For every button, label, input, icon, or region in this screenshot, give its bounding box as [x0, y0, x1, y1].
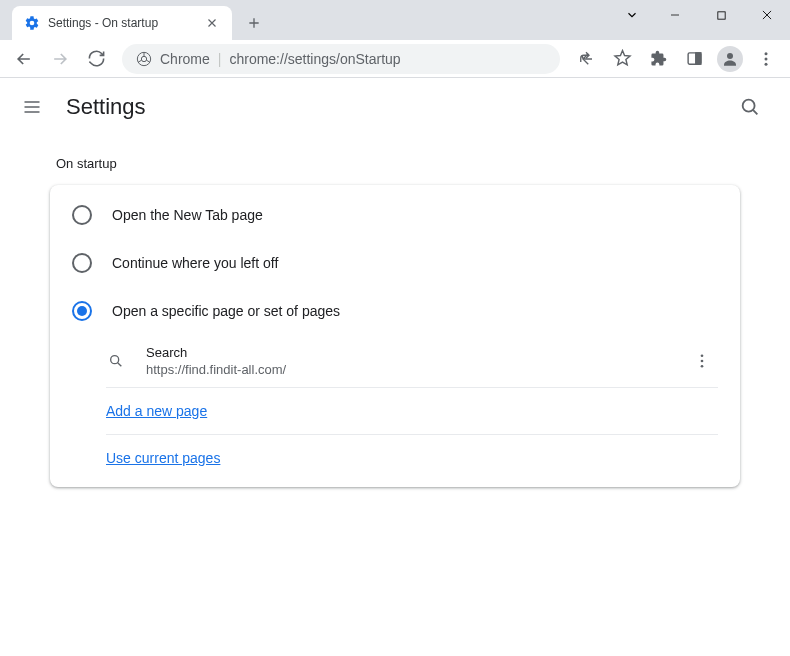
- use-current-link[interactable]: Use current pages: [106, 450, 220, 466]
- svg-point-7: [765, 57, 768, 60]
- profile-button[interactable]: [714, 43, 746, 75]
- page-more-button[interactable]: [686, 345, 718, 377]
- page-title: Settings: [66, 94, 708, 120]
- address-bar[interactable]: Chrome | chrome://settings/onStartup: [122, 44, 560, 74]
- svg-point-8: [765, 62, 768, 65]
- window-caret-button[interactable]: [612, 0, 652, 30]
- gear-icon: [24, 15, 40, 31]
- add-page-row: Add a new page: [106, 388, 718, 435]
- radio-icon: [72, 205, 92, 225]
- svg-point-2: [141, 56, 146, 61]
- scheme-label: Chrome: [160, 51, 210, 67]
- close-tab-icon[interactable]: [204, 15, 220, 31]
- startup-page-row: Search https://find.findit-all.com/: [106, 335, 718, 388]
- settings-header: Settings: [0, 78, 790, 136]
- settings-content: On startup Open the New Tab page Continu…: [0, 136, 790, 507]
- svg-point-13: [701, 365, 704, 368]
- reload-button[interactable]: [80, 43, 112, 75]
- browser-tab[interactable]: Settings - On startup: [12, 6, 232, 40]
- share-button[interactable]: [570, 43, 602, 75]
- search-icon: [106, 351, 126, 371]
- startup-card: Open the New Tab page Continue where you…: [50, 185, 740, 487]
- startup-page-url: https://find.findit-all.com/: [146, 362, 686, 377]
- option-continue[interactable]: Continue where you left off: [50, 239, 740, 287]
- startup-pages-detail: Search https://find.findit-all.com/ Add …: [106, 335, 740, 481]
- window-close-button[interactable]: [744, 0, 790, 30]
- forward-button[interactable]: [44, 43, 76, 75]
- option-specific-pages[interactable]: Open a specific page or set of pages: [50, 287, 740, 335]
- search-settings-button[interactable]: [730, 87, 770, 127]
- tab-title: Settings - On startup: [48, 16, 158, 30]
- svg-point-6: [765, 52, 768, 55]
- use-current-row: Use current pages: [106, 435, 718, 481]
- hamburger-menu-button[interactable]: [20, 95, 44, 119]
- svg-rect-0: [717, 11, 724, 18]
- window-titlebar: Settings - On startup: [0, 0, 790, 40]
- bookmark-button[interactable]: [606, 43, 638, 75]
- toolbar: Chrome | chrome://settings/onStartup: [0, 40, 790, 78]
- sidepanel-button[interactable]: [678, 43, 710, 75]
- section-heading: On startup: [56, 156, 740, 171]
- add-page-link[interactable]: Add a new page: [106, 403, 207, 419]
- omnibox-separator: |: [218, 51, 222, 67]
- window-controls: [612, 0, 790, 30]
- option-label: Open a specific page or set of pages: [112, 303, 340, 319]
- back-button[interactable]: [8, 43, 40, 75]
- startup-page-name: Search: [146, 345, 686, 360]
- svg-point-9: [743, 100, 755, 112]
- extensions-button[interactable]: [642, 43, 674, 75]
- radio-icon: [72, 253, 92, 273]
- new-tab-button[interactable]: [240, 9, 268, 37]
- option-label: Open the New Tab page: [112, 207, 263, 223]
- chrome-scheme-icon: Chrome: [136, 51, 210, 67]
- svg-point-12: [701, 360, 704, 363]
- svg-point-10: [111, 356, 119, 364]
- svg-point-5: [727, 53, 733, 59]
- menu-button[interactable]: [750, 43, 782, 75]
- svg-point-11: [701, 354, 704, 357]
- avatar-icon: [717, 46, 743, 72]
- url-text: chrome://settings/onStartup: [229, 51, 400, 67]
- window-maximize-button[interactable]: [698, 0, 744, 30]
- option-label: Continue where you left off: [112, 255, 278, 271]
- window-minimize-button[interactable]: [652, 0, 698, 30]
- startup-page-info: Search https://find.findit-all.com/: [146, 345, 686, 377]
- option-new-tab[interactable]: Open the New Tab page: [50, 191, 740, 239]
- radio-icon: [72, 301, 92, 321]
- svg-rect-4: [695, 53, 700, 64]
